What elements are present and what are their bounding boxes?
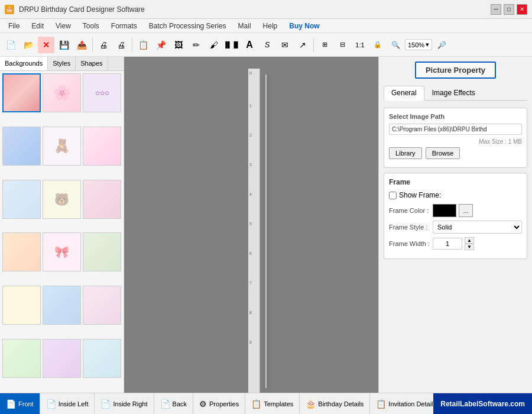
svg-text:4: 4 (249, 192, 252, 196)
tab-shapes[interactable]: Shapes (76, 57, 108, 70)
menu-tools[interactable]: Tools (77, 21, 105, 31)
grid-button-2[interactable]: ⊟ (334, 37, 351, 53)
front-tab-label: Front (18, 400, 34, 407)
background-item-18[interactable] (83, 339, 121, 378)
minimize-button[interactable]: ─ (491, 4, 501, 15)
tab-backgrounds[interactable]: Backgrounds (0, 57, 48, 70)
frame-width-input[interactable] (433, 238, 462, 250)
draw-button[interactable]: ✏ (188, 37, 205, 53)
background-item-9[interactable] (83, 180, 121, 219)
left-panel: Backgrounds Styles Shapes 🌸 ✿✿✿ (0, 57, 124, 393)
image-path-input[interactable] (389, 124, 522, 135)
tab-inside-left[interactable]: 📄 Inside Left (40, 393, 95, 414)
frame-width-row: Frame Width : ▲ ▼ (389, 237, 522, 250)
email-button[interactable]: ✉ (277, 37, 293, 53)
copy-format-button[interactable]: 📋 (135, 37, 151, 53)
birthday-details-icon: 🎂 (306, 399, 316, 409)
menu-help[interactable]: Help (257, 21, 284, 31)
tab-styles[interactable]: Styles (48, 57, 76, 70)
tab-invitation-details[interactable]: 📋 Invitation Details (370, 393, 443, 414)
menu-file[interactable]: File (2, 21, 25, 31)
lock-ratio-button[interactable]: 1:1 (352, 37, 368, 53)
property-tabs: General Image Effects (384, 86, 527, 101)
frame-style-select[interactable]: Solid Dashed Dotted Double (433, 221, 522, 234)
right-panel: Picture Property General Image Effects S… (378, 57, 532, 393)
show-frame-checkbox[interactable] (389, 192, 397, 199)
paste-button[interactable]: 📌 (153, 37, 169, 53)
paint-button[interactable]: 🖌 (206, 37, 222, 53)
background-item-14[interactable] (43, 286, 81, 325)
menu-mail[interactable]: Mail (232, 21, 257, 31)
image-button[interactable]: 🖼 (170, 37, 187, 53)
saveas-button[interactable]: 📤 (73, 37, 90, 53)
zoom-in-button[interactable]: 🔍 (387, 37, 404, 53)
maximize-button[interactable]: □ (504, 4, 514, 15)
grid-button-1[interactable]: ⊞ (316, 37, 333, 53)
tab-properties[interactable]: ⚙ Properties (193, 393, 245, 414)
text-button[interactable]: A (241, 37, 258, 53)
bottom-tabs: 📄 Front 📄 Inside Left 📄 Inside Right 📄 B… (0, 393, 532, 414)
path-row (389, 124, 522, 135)
browse-button[interactable]: Browse (426, 147, 460, 159)
menu-view[interactable]: View (50, 21, 77, 31)
background-item-16[interactable] (2, 339, 41, 378)
menu-edit[interactable]: Edit (25, 21, 50, 31)
spin-up-button[interactable]: ▲ (465, 237, 474, 244)
background-item-17[interactable] (43, 339, 81, 378)
picture-property-button[interactable]: Picture Property (415, 62, 496, 79)
svg-text:3: 3 (249, 163, 252, 167)
frame-title: Frame (389, 178, 522, 186)
background-item-12[interactable] (83, 232, 121, 271)
background-item-5[interactable]: 🧸 (43, 127, 81, 166)
background-item-13[interactable] (2, 286, 41, 325)
background-item-1[interactable] (2, 73, 41, 112)
new-button[interactable]: 📄 (2, 37, 19, 53)
title-bar: 🎂 DRPU Birthday Card Designer Software ─… (0, 0, 532, 19)
tab-back[interactable]: 📄 Back (154, 393, 193, 414)
pointer-button[interactable]: ↗ (294, 37, 311, 53)
menu-batch[interactable]: Batch Processing Series (143, 21, 232, 31)
svg-text:1: 1 (275, 61, 277, 65)
open-button[interactable]: 📂 (20, 37, 37, 53)
zoom-level: 150% ▾ (405, 39, 432, 50)
back-icon: 📄 (160, 399, 170, 409)
inside-right-label: Inside Right (113, 400, 147, 407)
print-setup-button[interactable]: 🖨 (95, 37, 112, 53)
toolbar: 📄 📂 ✕ 💾 📤 🖨 🖨 📋 📌 🖼 ✏ 🖌 ▐▌▐▌ A S ✉ ↗ ⊞ ⊟… (0, 33, 532, 57)
close-button[interactable]: ✕ (517, 4, 527, 15)
tab-birthday-details[interactable]: 🎂 Birthday Details (300, 393, 370, 414)
background-item-6[interactable] (83, 127, 121, 166)
signature-button[interactable]: S (259, 37, 275, 53)
background-item-2[interactable]: 🌸 (43, 73, 81, 112)
background-item-8[interactable]: 🐻 (43, 180, 81, 219)
properties-label: Properties (209, 400, 239, 407)
frame-color-picker-button[interactable]: ... (459, 204, 473, 217)
path-buttons: Library Browse (389, 147, 522, 159)
tab-image-effects[interactable]: Image Effects (424, 86, 483, 100)
frame-color-button[interactable] (433, 204, 456, 217)
library-button[interactable]: Library (389, 147, 422, 159)
barcode-button[interactable]: ▐▌▐▌ (223, 37, 240, 53)
lock-button[interactable]: 🔒 (369, 37, 386, 53)
background-item-11[interactable]: 🎀 (43, 232, 81, 271)
menu-buy[interactable]: Buy Now (283, 21, 325, 31)
show-frame-label: Show Frame: (399, 191, 441, 199)
save-button[interactable]: 💾 (56, 37, 72, 53)
background-item-10[interactable] (2, 232, 41, 271)
svg-text:0: 0 (249, 61, 252, 65)
zoom-out-button[interactable]: 🔎 (433, 37, 450, 53)
tab-general[interactable]: General (384, 86, 424, 101)
menu-formats[interactable]: Formats (105, 21, 143, 31)
background-item-15[interactable] (83, 286, 121, 325)
spin-down-button[interactable]: ▼ (465, 244, 474, 250)
image-path-section: Select Image Path Max Size : 1 MB Librar… (384, 108, 527, 168)
background-item-3[interactable]: ✿✿✿ (83, 73, 121, 112)
tab-inside-right[interactable]: 📄 Inside Right (95, 393, 154, 414)
background-item-7[interactable] (2, 180, 41, 219)
tab-templates[interactable]: 📋 Templates (245, 393, 300, 414)
background-item-4[interactable] (2, 127, 41, 166)
print-button[interactable]: 🖨 (113, 37, 129, 53)
tab-front[interactable]: 📄 Front (0, 393, 40, 414)
close-doc-button[interactable]: ✕ (38, 37, 54, 53)
frame-section: Frame Show Frame: Frame Color : ... Fram… (384, 173, 527, 259)
